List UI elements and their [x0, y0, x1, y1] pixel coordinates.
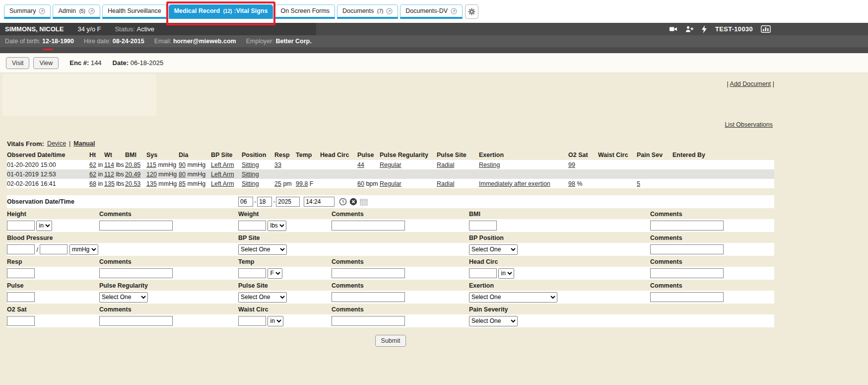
vital-value-link[interactable]: 25: [274, 180, 281, 187]
obs-time-input[interactable]: [304, 197, 334, 207]
vital-value-link[interactable]: 20.53: [125, 180, 140, 187]
exertion-select[interactable]: Select One: [469, 292, 557, 303]
obs-year-input[interactable]: [276, 197, 300, 207]
resp-input[interactable]: [7, 268, 35, 278]
vital-value-link[interactable]: Left Arm: [211, 171, 234, 178]
vital-value-link[interactable]: 62: [89, 171, 96, 178]
visit-button[interactable]: Visit: [6, 57, 29, 69]
o2-sat-input[interactable]: [7, 316, 35, 326]
pulse-site-select[interactable]: Select One: [238, 292, 287, 303]
bp-position-select[interactable]: Select One: [469, 244, 518, 255]
vital-value-link[interactable]: 99.8: [296, 180, 308, 187]
vital-value-link[interactable]: 20.85: [125, 161, 140, 168]
add-user-icon[interactable]: [685, 25, 694, 33]
tab-documents-dv[interactable]: Documents-DV: [400, 4, 463, 19]
tab-admin[interactable]: Admin (5): [53, 4, 100, 19]
vital-value-link[interactable]: Regular: [380, 180, 401, 187]
weight-input[interactable]: [238, 221, 266, 231]
vitals-manual-link[interactable]: Manual: [73, 140, 95, 147]
pain-severity-select[interactable]: Select One: [469, 316, 518, 326]
tab-summary[interactable]: Summary: [4, 4, 51, 19]
settings-gear-button[interactable]: [465, 4, 478, 19]
column-header: BMI: [125, 150, 146, 160]
exertion-comments-input[interactable]: [650, 292, 724, 302]
head-circ-unit-select[interactable]: in: [498, 268, 514, 279]
tab-medical-record[interactable]: Medical Record (12):Vital Signs: [169, 4, 273, 19]
bp-diastolic-input[interactable]: [40, 244, 67, 254]
vital-value-link[interactable]: Radial: [437, 161, 454, 168]
vital-value-link[interactable]: 112: [104, 171, 114, 178]
vital-value-link[interactable]: 33: [274, 161, 281, 168]
height-unit-select[interactable]: in: [36, 221, 52, 231]
vital-unit: pm: [281, 180, 292, 187]
vital-value-link[interactable]: 60: [357, 180, 364, 187]
temp-input[interactable]: [238, 268, 266, 278]
waist-circ-input[interactable]: [238, 316, 266, 326]
tab-documents[interactable]: Documents (7): [337, 4, 398, 19]
vital-value-link[interactable]: 114: [104, 161, 114, 168]
vital-value-link[interactable]: 98: [568, 180, 575, 187]
tab-on-screen-forms[interactable]: On Screen Forms: [275, 4, 335, 19]
vitals-device-link[interactable]: Device: [47, 140, 66, 147]
weight-unit-select[interactable]: lbs: [267, 221, 286, 231]
clear-icon[interactable]: [349, 198, 357, 206]
bar-chart-icon[interactable]: [761, 25, 771, 33]
tab-label: Documents-DV: [405, 7, 448, 14]
vital-value-link[interactable]: 5: [637, 180, 640, 187]
vital-value-link[interactable]: Sitting: [242, 161, 259, 168]
vital-value-link[interactable]: 44: [357, 161, 364, 168]
table-cell: Left Arm: [211, 179, 242, 188]
vital-value-link[interactable]: Left Arm: [211, 180, 234, 187]
vital-value-link[interactable]: Regular: [380, 161, 401, 168]
vital-value-link[interactable]: 115: [146, 161, 156, 168]
list-observations-link[interactable]: List Observations: [725, 121, 773, 128]
resp-comments-input[interactable]: [99, 268, 173, 278]
vital-value-link[interactable]: 120: [146, 171, 157, 178]
add-document-link[interactable]: Add Document: [730, 80, 771, 87]
bmi-input[interactable]: [469, 221, 497, 231]
vital-value-link[interactable]: Left Arm: [211, 161, 234, 168]
waist-circ-comments-input[interactable]: [332, 316, 405, 326]
bp-unit-select[interactable]: mmHg: [69, 244, 98, 255]
o2-sat-comments-input[interactable]: [99, 316, 173, 326]
waist-circ-unit-select[interactable]: in: [267, 316, 283, 326]
vital-value-link[interactable]: 20.49: [125, 171, 140, 178]
tab-health-surveillance[interactable]: Health Surveillance: [102, 4, 167, 19]
bp-systolic-input[interactable]: [7, 244, 35, 254]
height-input[interactable]: [7, 221, 35, 231]
bp-site-select[interactable]: Select One: [238, 244, 287, 255]
vital-value-link[interactable]: 90: [179, 161, 186, 168]
vital-value-link[interactable]: 135: [104, 180, 115, 187]
bmi-comments-input[interactable]: [650, 221, 724, 231]
temp-unit-select[interactable]: F: [267, 268, 282, 279]
head-circ-input[interactable]: [469, 268, 497, 278]
vital-value-link[interactable]: 80: [179, 171, 186, 178]
obs-month-input[interactable]: [238, 197, 253, 207]
height-comments-input[interactable]: [99, 221, 173, 231]
submit-button[interactable]: Submit: [375, 335, 406, 347]
vital-value-link[interactable]: Immediately after exertion: [479, 180, 550, 187]
view-button[interactable]: View: [33, 57, 59, 69]
obs-day-input[interactable]: [257, 197, 272, 207]
calendar-icon[interactable]: [360, 198, 368, 206]
pulse-input[interactable]: [7, 292, 35, 302]
vital-value-link[interactable]: 135: [146, 180, 157, 187]
vital-value-link[interactable]: 99: [568, 161, 575, 168]
vital-value-link[interactable]: Radial: [437, 180, 454, 187]
lightning-icon[interactable]: [702, 25, 707, 33]
temp-comments-input[interactable]: [332, 268, 405, 278]
vital-value-link[interactable]: Sitting: [242, 171, 259, 178]
vital-value-link[interactable]: Sitting: [242, 180, 259, 187]
video-camera-icon[interactable]: [669, 25, 677, 33]
weight-comments-input[interactable]: [332, 221, 405, 231]
vital-value-link[interactable]: 62: [89, 161, 96, 168]
status-label: Status:: [115, 25, 134, 33]
pulse-regularity-select[interactable]: Select One: [99, 292, 148, 303]
vital-value-link[interactable]: 85: [179, 180, 186, 187]
head-circ-comments-input[interactable]: [650, 268, 724, 278]
vital-value-link[interactable]: 68: [89, 180, 96, 187]
bp-comments-input[interactable]: [650, 244, 724, 254]
pulse-comments-input[interactable]: [332, 292, 405, 302]
clock-icon[interactable]: [339, 198, 347, 206]
vital-value-link[interactable]: Resting: [479, 161, 500, 168]
